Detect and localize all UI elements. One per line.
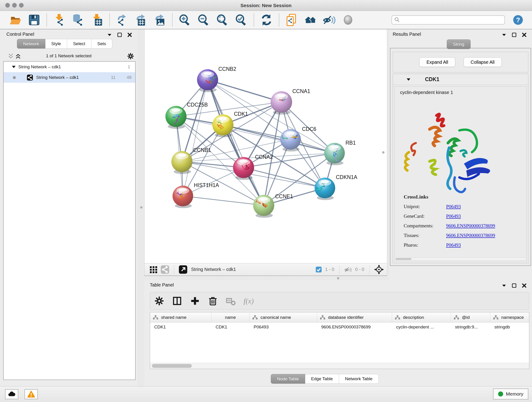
edge-HIST1H1A-CCNE1[interactable] xyxy=(183,196,264,205)
panel-float-icon[interactable] xyxy=(117,32,122,38)
expand-all-button[interactable]: Expand All xyxy=(419,57,455,67)
edge-CCNB2-CCNA1[interactable] xyxy=(208,80,281,102)
network-row[interactable]: String Network – cdk1 11 48 xyxy=(4,72,135,83)
node-label-CCNB1: CCNB1 xyxy=(193,147,211,153)
table-row[interactable]: CDK1CDK1P064939606.ENSP00000378699cyclin… xyxy=(150,322,529,332)
network-badge-icon[interactable] xyxy=(161,265,169,274)
column-header-namespace[interactable]: namespace xyxy=(490,313,529,322)
panel-menu-icon[interactable] xyxy=(107,32,112,38)
network-tree: String Network – cdk1 1 String Network –… xyxy=(3,61,136,380)
tab-network-table[interactable]: Network Table xyxy=(339,374,379,384)
collapse-all-button[interactable]: Collapse All xyxy=(463,57,502,67)
node-CDC25B[interactable] xyxy=(165,106,186,129)
search-input[interactable] xyxy=(401,16,503,24)
export-network-icon[interactable] xyxy=(116,14,128,26)
edge-CDK1-RB1[interactable] xyxy=(223,125,335,153)
node-CDK1[interactable] xyxy=(212,114,234,137)
delete-table-icon[interactable] xyxy=(226,296,236,306)
tab-string[interactable]: String xyxy=(447,39,471,49)
help-icon[interactable]: ? xyxy=(513,15,523,25)
zoom-out-icon[interactable] xyxy=(197,14,210,26)
collection-label: String Network – cdk1 xyxy=(18,64,61,70)
toggle-bird-eye-icon[interactable] xyxy=(342,14,354,26)
apply-function-icon[interactable]: f(x) xyxy=(244,297,254,305)
zoom-selected-icon[interactable] xyxy=(235,14,247,26)
panel-close-icon[interactable] xyxy=(521,32,527,38)
column-header-shared-name[interactable]: shared name xyxy=(150,313,211,322)
table-horizontal-scrollbar[interactable] xyxy=(150,363,529,369)
crosslink-value-link[interactable]: 9606.ENSP00000378699 xyxy=(446,233,495,238)
node-CDC6[interactable] xyxy=(280,129,301,152)
node-RB1[interactable] xyxy=(324,143,345,165)
hide-panels-icon[interactable] xyxy=(323,14,336,26)
memory-button[interactable]: Memory xyxy=(493,389,528,400)
gene-section-header[interactable]: CDK1 xyxy=(393,74,528,85)
panel-close-icon[interactable] xyxy=(521,283,527,288)
import-table-file-icon[interactable] xyxy=(91,14,103,26)
column-header-canonical-name[interactable]: canonical name xyxy=(249,313,317,322)
panel-menu-icon[interactable] xyxy=(501,32,507,38)
crosslink-row: Pharos:P06493 xyxy=(404,242,523,248)
column-header-database-identifier[interactable]: database identifier xyxy=(317,313,392,322)
column-header-description[interactable]: description xyxy=(392,313,451,322)
zoom-fit-icon[interactable] xyxy=(216,14,229,26)
crosslink-row: GeneCard:P06493 xyxy=(404,213,523,219)
cloud-status-button[interactable] xyxy=(5,389,18,399)
crosslink-value-link[interactable]: 9606.ENSP00000378699 xyxy=(446,223,495,229)
column-settings-icon[interactable] xyxy=(154,296,164,306)
network-canvas[interactable]: CCNB2CCNA1CDC25BCDK1CDC6RB1CCNB1CCNA2CDK… xyxy=(144,29,387,263)
right-splitter-handle[interactable] xyxy=(382,151,385,153)
network-collection-row[interactable]: String Network – cdk1 1 xyxy=(4,62,135,72)
node-CCNA1[interactable] xyxy=(271,91,292,115)
export-table-icon[interactable] xyxy=(135,14,147,26)
panel-float-icon[interactable] xyxy=(511,283,517,288)
tab-edge-table[interactable]: Edge Table xyxy=(305,374,339,384)
gene-horizontal-scrollbar[interactable] xyxy=(395,257,526,260)
results-panel-title: Results Panel xyxy=(393,32,421,37)
open-session-icon[interactable] xyxy=(9,14,22,26)
node-CDKN1A[interactable] xyxy=(315,178,335,200)
save-session-icon[interactable] xyxy=(28,14,40,26)
crosslink-value-link[interactable]: P06493 xyxy=(446,204,461,210)
node-CCNB1[interactable] xyxy=(171,151,192,174)
crosslink-value-link[interactable]: P06493 xyxy=(446,242,461,248)
left-splitter-handle[interactable] xyxy=(140,206,143,209)
node-HIST1H1A[interactable] xyxy=(172,186,193,208)
import-network-database-icon[interactable] xyxy=(72,14,84,26)
selected-checkbox-icon[interactable] xyxy=(316,266,322,273)
export-image-icon[interactable] xyxy=(153,14,166,26)
column-header-name[interactable]: name xyxy=(211,313,249,322)
import-network-file-icon[interactable] xyxy=(53,14,65,26)
panel-menu-icon[interactable] xyxy=(501,283,507,288)
network-options-gear-icon[interactable] xyxy=(127,52,134,60)
add-column-icon[interactable] xyxy=(190,296,200,306)
birdseye-navigator-icon[interactable] xyxy=(374,265,384,274)
toggle-panel-split-icon[interactable] xyxy=(172,296,182,306)
tab-node-table[interactable]: Node Table xyxy=(271,374,305,384)
tab-sets[interactable]: Sets xyxy=(91,39,112,49)
bottom-splitter-handle[interactable] xyxy=(337,277,339,279)
crosslink-value-link[interactable]: P06493 xyxy=(446,213,461,219)
hidden-eye-slash-icon[interactable] xyxy=(344,266,352,274)
update-network-icon[interactable] xyxy=(260,14,273,26)
node-CCNA2[interactable] xyxy=(233,157,254,180)
grid-view-icon[interactable] xyxy=(149,265,158,274)
column-header-@id[interactable]: @id xyxy=(451,313,490,322)
zoom-in-icon[interactable] xyxy=(179,14,191,26)
control-panel-tabs: NetworkStyleSelectSets xyxy=(17,39,112,49)
collection-expand-icon[interactable] xyxy=(12,65,16,68)
tab-network[interactable]: Network xyxy=(17,39,45,49)
table-panel: Table Panel f(x) shared namenamecanonica… xyxy=(144,280,532,386)
warning-status-button[interactable] xyxy=(25,389,38,399)
panel-float-icon[interactable] xyxy=(511,32,517,38)
tab-style[interactable]: Style xyxy=(45,39,67,49)
delete-column-icon[interactable] xyxy=(208,296,218,306)
node-CCNE1[interactable] xyxy=(253,195,274,218)
titlebar: Session: New Session xyxy=(0,0,532,11)
show-network-overview-icon[interactable] xyxy=(304,14,317,26)
panel-close-icon[interactable] xyxy=(127,32,133,38)
gene-collapse-icon[interactable] xyxy=(407,78,410,81)
copy-current-network-icon[interactable] xyxy=(285,14,298,26)
tab-select[interactable]: Select xyxy=(67,39,91,49)
open-in-new-window-icon[interactable] xyxy=(179,265,187,274)
